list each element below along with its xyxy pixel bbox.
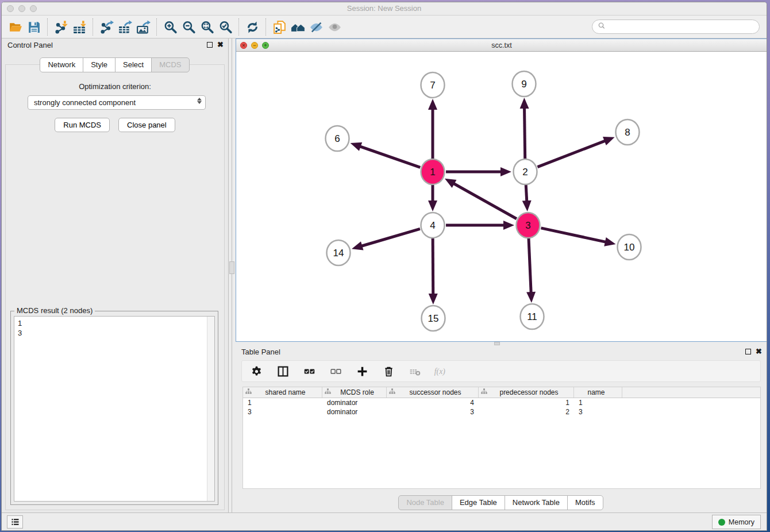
optimization-select[interactable]: strongly connected component	[28, 95, 206, 110]
deselect-all-icon[interactable]	[328, 364, 343, 379]
column-header-MCDS-role[interactable]: MCDS role	[322, 387, 387, 398]
table-cell: dominator	[322, 407, 387, 417]
vertical-split-divider[interactable]	[229, 38, 236, 514]
window-title: Session: New Session	[2, 4, 767, 13]
tab-style[interactable]: Style	[83, 57, 116, 72]
tab-network-table[interactable]: Network Table	[505, 495, 568, 510]
search-box[interactable]	[592, 20, 760, 34]
table-cell: 1	[243, 398, 322, 407]
edge-arrow-4-14	[352, 241, 363, 250]
edge-3-11[interactable]	[529, 238, 531, 293]
control-panel-tabs: NetworkStyleSelectMCDS	[2, 57, 228, 72]
edge-arrow-1-2	[500, 167, 511, 176]
export-network-icon[interactable]	[97, 18, 116, 36]
select-stepper-icon	[197, 98, 202, 104]
zoom-fit-icon[interactable]	[198, 18, 216, 36]
copy-network-icon[interactable]	[270, 18, 288, 36]
run-mcds-button[interactable]: Run MCDS	[55, 118, 110, 132]
select-all-icon[interactable]	[302, 364, 317, 379]
import-table-icon[interactable]	[70, 18, 88, 36]
tab-select[interactable]: Select	[115, 57, 152, 72]
float-panel-icon[interactable]	[745, 349, 751, 354]
edge-2-3[interactable]	[526, 185, 527, 202]
export-image-icon[interactable]	[134, 18, 152, 36]
table-row[interactable]: 3dominator323	[243, 407, 760, 417]
float-panel-icon[interactable]	[207, 42, 213, 48]
edge-3-10[interactable]	[541, 228, 606, 242]
hide-eye-icon[interactable]	[307, 18, 325, 36]
mcds-result-title: MCDS result (2 nodes)	[14, 306, 95, 315]
table-cell: 3	[243, 407, 322, 417]
column-header-shared-name[interactable]: shared name	[243, 387, 322, 398]
table-cell: 3	[574, 407, 622, 417]
gear-icon[interactable]	[249, 364, 264, 379]
zoom-in-icon[interactable]	[161, 18, 179, 36]
memory-label: Memory	[729, 518, 754, 526]
toolbar-separator	[265, 18, 266, 36]
tab-node-table[interactable]: Node Table	[398, 495, 452, 510]
trash-icon[interactable]	[381, 364, 396, 379]
column-header-successor-nodes[interactable]: successor nodes	[387, 387, 479, 398]
edge-2-9[interactable]	[525, 107, 525, 159]
network-titlebar: × − + scc.txt	[236, 39, 767, 52]
toolbar-separator	[156, 18, 157, 36]
node-label-1: 1	[430, 167, 435, 178]
close-panel-button[interactable]: Close panel	[118, 118, 175, 132]
task-history-button[interactable]	[7, 515, 23, 529]
save-icon[interactable]	[25, 18, 43, 36]
edge-arrow-1-4	[428, 201, 437, 211]
mcds-panel-body: Optimization criterion: strongly connect…	[5, 64, 225, 510]
hierarchy-icon	[479, 388, 488, 397]
table-cell: dominator	[322, 398, 387, 407]
tab-network[interactable]: Network	[40, 57, 83, 72]
app-window: Session: New Session Control Panel ✖ Net…	[1, 2, 767, 531]
close-panel-icon[interactable]: ✖	[217, 41, 224, 48]
edge-4-15[interactable]	[433, 238, 433, 295]
show-eye-icon[interactable]	[325, 18, 344, 36]
edge-3-1[interactable]	[453, 183, 517, 219]
memory-button[interactable]: Memory	[712, 515, 761, 529]
node-label-9: 9	[521, 79, 526, 90]
node-label-7: 7	[430, 80, 435, 91]
column-header-predecessor-nodes[interactable]: predecessor nodes	[479, 387, 574, 398]
column-header-name[interactable]: name	[574, 387, 622, 398]
home-icon[interactable]	[288, 18, 307, 36]
table-row[interactable]: 1dominator411	[243, 398, 760, 407]
result-scrollbar[interactable]	[207, 317, 214, 501]
columns-icon[interactable]	[275, 364, 290, 379]
network-title: scc.txt	[236, 41, 767, 49]
add-icon[interactable]	[355, 364, 369, 379]
table-panel-header: Table Panel ✖	[236, 345, 767, 359]
tab-edge-table[interactable]: Edge Table	[452, 495, 505, 510]
node-label-10: 10	[624, 242, 635, 253]
network-canvas[interactable]: 7968124314101511	[236, 52, 767, 341]
import-network-icon[interactable]	[52, 18, 70, 36]
edge-arrow-4-15	[429, 294, 438, 304]
node-label-14: 14	[333, 248, 344, 259]
edge-arrow-2-8	[603, 137, 615, 145]
refresh-icon[interactable]	[243, 18, 261, 36]
zoom-selected-icon[interactable]	[216, 18, 234, 36]
delete-table-icon	[407, 364, 422, 379]
zoom-out-icon[interactable]	[179, 18, 198, 36]
node-label-3: 3	[525, 220, 530, 231]
export-table-icon[interactable]	[116, 18, 134, 36]
close-panel-icon[interactable]: ✖	[756, 348, 762, 355]
toolbar-separator	[47, 18, 48, 36]
optimization-label: Optimization criterion:	[6, 82, 224, 91]
memory-status-icon	[718, 519, 725, 526]
edge-2-8[interactable]	[537, 141, 605, 167]
toolbar-separator	[93, 18, 93, 36]
tab-mcds[interactable]: MCDS	[151, 57, 189, 72]
main-toolbar	[2, 16, 767, 38]
open-folder-icon[interactable]	[6, 18, 25, 36]
mcds-result-group: MCDS result (2 nodes) 1 3	[10, 311, 218, 505]
search-input[interactable]	[609, 22, 754, 31]
network-view-window: × − + scc.txt 7968124314101511	[236, 38, 767, 342]
mcds-result-area[interactable]: 1 3	[14, 316, 215, 502]
tab-motifs[interactable]: Motifs	[567, 495, 603, 510]
edge-arrow-2-3	[522, 201, 532, 211]
edge-4-14[interactable]	[361, 229, 420, 246]
edge-1-6[interactable]	[360, 147, 421, 168]
divider-grip[interactable]	[229, 261, 234, 274]
